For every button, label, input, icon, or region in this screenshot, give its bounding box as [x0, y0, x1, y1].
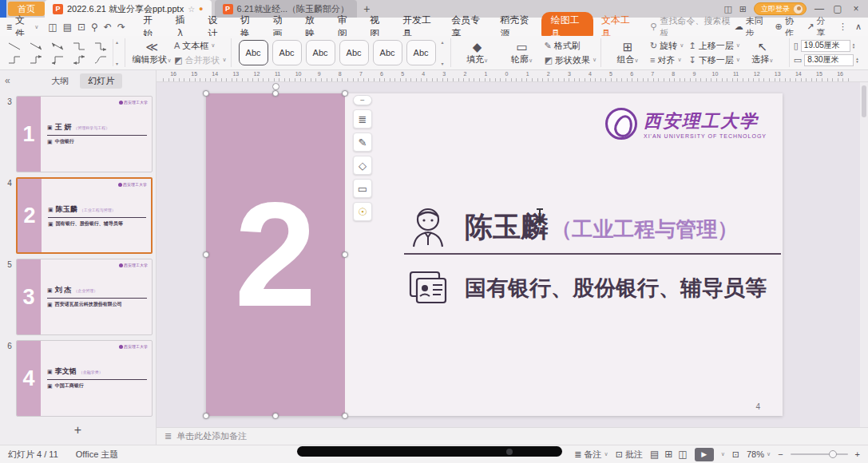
shape-width-input[interactable] [801, 40, 850, 52]
resize-handle-e[interactable] [342, 251, 348, 258]
redo-icon[interactable]: ↷ [117, 22, 125, 33]
slide-thumbnail-selected[interactable]: 2 西安理工大学 ▣ 陈玉麟 （工业工程与管理） ▣ 国有银行、股份银行、辅导员… [16, 177, 153, 254]
outline-button[interactable]: ▭ 轮廓∨ [500, 37, 545, 69]
shape-height-input[interactable] [804, 54, 854, 66]
fill-button[interactable]: ◆ 填充∨ [455, 37, 500, 69]
layers-icon[interactable]: ≣ [353, 109, 372, 129]
slide-sorter-icon[interactable]: ⊞ [664, 449, 672, 460]
connector-shape-option[interactable] [46, 39, 68, 53]
tab-outline[interactable]: 大纲 [43, 73, 77, 89]
resize-handle-nw[interactable] [203, 90, 209, 97]
collapse-ribbon-icon[interactable]: ∧ [855, 22, 862, 32]
slide-thumbnail[interactable]: 3 西安理工大学 ▣ 刘 杰 （企业管理） ▣ 西安诺瓦星云科技股份有限公司 [16, 259, 153, 335]
resize-handle-w[interactable] [203, 251, 209, 258]
zoom-level[interactable]: 78% ∨ [747, 449, 771, 459]
collapse-toolbar-button[interactable]: − [353, 95, 372, 105]
rotate-handle[interactable] [272, 83, 279, 90]
text-box-button[interactable]: A 文本框 ∨ [174, 40, 227, 52]
connector-shape-option[interactable] [25, 39, 46, 53]
connector-shape-option[interactable] [89, 53, 111, 66]
pen-icon[interactable]: ✎ [353, 133, 372, 152]
tab-slides[interactable]: 幻灯片 [80, 73, 122, 89]
minimize-button[interactable]: — [814, 3, 825, 14]
scroll-down-icon[interactable]: ▾ [442, 61, 444, 66]
more-icon[interactable]: ⋮ [838, 22, 847, 32]
zoom-out-button[interactable]: − [778, 449, 783, 459]
zoom-in-button[interactable]: + [855, 449, 860, 459]
hamburger-icon[interactable]: ≡ [6, 22, 12, 33]
rotate-button[interactable]: ↻ 旋转 ∨ [650, 40, 684, 52]
zoom-slider-knob[interactable] [829, 450, 837, 458]
share-button[interactable]: ↗ 分享 [807, 15, 830, 39]
collaborate-button[interactable]: ⊕ 协作 [775, 15, 799, 39]
slide-thumbnail[interactable]: 1 西安理工大学 ▣ 王 妍 （管理科学与工程） ▣ 中信银行 [16, 96, 153, 172]
undo-icon[interactable]: ↶ [104, 22, 112, 33]
shape-style-option[interactable]: Abc [406, 40, 436, 65]
save-icon[interactable]: ◫ [48, 22, 57, 33]
gallery-scroll[interactable]: ▴ ▾ [113, 39, 121, 66]
scroll-up-icon[interactable]: ▴ [116, 39, 118, 45]
scroll-down-icon[interactable]: ▾ [116, 61, 118, 66]
connector-shape-option[interactable] [68, 53, 89, 66]
shape-style-option[interactable]: Abc [272, 40, 302, 65]
resize-handle-sw[interactable] [203, 413, 209, 419]
print-icon[interactable]: ⊡ [77, 22, 85, 33]
media-scrubber-overlay[interactable] [297, 446, 562, 457]
slide-thumbnail[interactable]: 4 西安理工大学 ▣ 李文韬 （金融学类） ▣ 中国工商银行 [16, 340, 153, 417]
rectangle-icon[interactable]: ▭ [353, 179, 372, 198]
connector-shape-option[interactable] [3, 39, 25, 53]
lightbulb-icon[interactable]: ☉ [353, 202, 372, 221]
resize-handle-se[interactable] [342, 413, 348, 419]
height-stepper[interactable]: ▴▾ [856, 57, 858, 63]
resize-handle-ne[interactable] [342, 90, 348, 97]
sync-status[interactable]: ☁ 未同步 [735, 15, 767, 39]
connector-shape-option[interactable] [25, 53, 46, 66]
command-search[interactable]: ⚲ 查找命令、搜索模板 [650, 15, 731, 39]
zoom-slider[interactable] [791, 453, 848, 455]
notes-toggle[interactable]: ≣ 备注 ∨ [574, 449, 608, 461]
format-painter-button[interactable]: ✎ 格式刷 [545, 40, 597, 52]
shape-style-option[interactable]: Abc [306, 40, 335, 65]
app-grid-icon[interactable]: ⊞ [739, 4, 747, 14]
connector-shape-option[interactable] [3, 53, 25, 66]
print-preview-icon[interactable]: ⚲ [91, 22, 98, 33]
connector-shape-option[interactable] [89, 39, 111, 53]
play-slideshow-button[interactable]: ▶ [695, 448, 714, 461]
add-slide-button[interactable]: + [0, 423, 156, 437]
send-backward-button[interactable]: ↧ 下移一层 ∨ [688, 54, 739, 66]
group-button[interactable]: ⊞ 组合∨ [605, 37, 650, 69]
selected-pink-rectangle[interactable]: 2 [206, 93, 345, 416]
reading-view-icon[interactable]: ◫ [678, 449, 687, 460]
export-icon[interactable]: ▤ [63, 22, 72, 33]
shape-effects-button[interactable]: ◩ 形状效果 ∨ [545, 54, 597, 66]
fit-slide-icon[interactable]: ⊡ [732, 449, 739, 460]
bring-forward-button[interactable]: ↥ 上移一层 ∨ [688, 40, 739, 52]
slide-canvas[interactable]: 2 西安理工大学 XI' [157, 82, 868, 427]
maximize-button[interactable]: ▢ [832, 3, 843, 14]
shape-fill-icon[interactable]: ◇ [353, 156, 372, 175]
close-button[interactable]: × [850, 3, 862, 14]
login-button[interactable]: 立即登录 [754, 2, 807, 15]
resize-handle-s[interactable] [272, 413, 279, 419]
align-button[interactable]: ≡ 对齐 ∨ [650, 54, 684, 66]
comments-toggle[interactable]: ⊡ 批注 [616, 449, 643, 461]
canvas-scrollbar[interactable] [860, 82, 868, 427]
connector-shape-option[interactable] [68, 39, 89, 53]
width-stepper[interactable]: ▴▾ [853, 42, 855, 49]
normal-view-icon[interactable]: ▤ [650, 449, 659, 460]
collapse-panel-icon[interactable]: « [5, 75, 10, 86]
theme-name[interactable]: Office 主题 [76, 449, 119, 461]
merge-shapes-button[interactable]: ◩ 合并形状 ∨ [174, 54, 227, 66]
shape-style-option[interactable]: Abc [339, 40, 369, 65]
layout-switch-icon[interactable]: ◫ [723, 4, 731, 14]
connector-shape-option[interactable] [46, 53, 68, 66]
edit-shape-button[interactable]: ≪ 编辑形状∨ [129, 37, 174, 69]
shape-style-option[interactable]: Abc [239, 40, 268, 65]
style-gallery-scroll[interactable]: ▴ ▾ [439, 39, 446, 66]
slide[interactable]: 2 西安理工大学 XI' [206, 93, 783, 416]
scrubber-knob[interactable] [506, 449, 513, 455]
select-button[interactable]: ↖ 选择∨ [740, 37, 785, 69]
notes-bar[interactable]: ≣ 单击此处添加备注 [157, 427, 868, 445]
shape-style-option[interactable]: Abc [373, 40, 402, 65]
scroll-up-icon[interactable]: ▴ [442, 39, 444, 45]
